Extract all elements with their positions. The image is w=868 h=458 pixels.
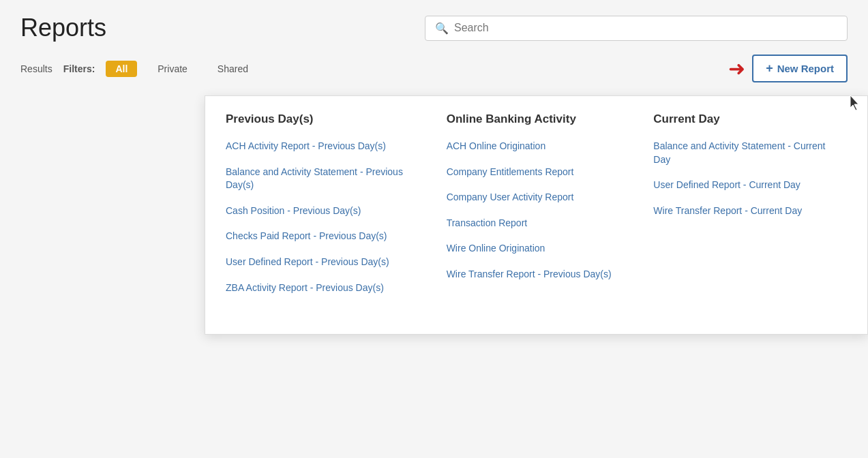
link-wire-transfer-current[interactable]: Wire Transfer Report - Current Day [653,204,833,218]
link-wire-online-origination[interactable]: Wire Online Origination [447,242,627,256]
col-header-previous: Previous Day(s) [226,112,419,126]
new-report-button[interactable]: + New Report [752,55,848,82]
search-bar[interactable]: 🔍 [425,16,848,41]
col-header-online: Online Banking Activity [447,112,627,126]
new-report-label: New Report [777,63,834,74]
plus-icon: + [766,61,773,76]
dropdown-col-current: Current Day Balance and Activity Stateme… [640,112,847,307]
link-ach-activity-previous[interactable]: ACH Activity Report - Previous Day(s) [226,140,419,153]
link-wire-transfer-previous[interactable]: Wire Transfer Report - Previous Day(s) [447,268,627,281]
link-balance-activity-current[interactable]: Balance and Activity Statement - Current… [653,140,833,166]
link-ach-online-origination[interactable]: ACH Online Origination [447,140,627,153]
page-title: Reports [20,14,106,42]
filters-row: Results Filters: All Private Shared [20,61,258,77]
link-checks-paid-previous[interactable]: Checks Paid Report - Previous Day(s) [226,230,419,243]
dropdown-col-previous: Previous Day(s) ACH Activity Report - Pr… [226,112,433,307]
filter-shared-button[interactable]: Shared [208,61,258,77]
results-label: Results [20,63,53,74]
dropdown-col-online: Online Banking Activity ACH Online Origi… [433,112,640,307]
search-input[interactable] [454,22,837,34]
arrow-indicator: ➜ [728,57,745,80]
link-user-defined-previous[interactable]: User Defined Report - Previous Day(s) [226,256,419,269]
link-zba-activity-previous[interactable]: ZBA Activity Report - Previous Day(s) [226,281,419,295]
page-header: Reports 🔍 [0,0,868,49]
link-company-user-activity[interactable]: Company User Activity Report [447,191,627,204]
search-icon: 🔍 [435,22,449,35]
link-balance-activity-previous[interactable]: Balance and Activity Statement - Previou… [226,166,419,192]
filters-label: Filters: [63,63,95,74]
col-header-current: Current Day [653,112,833,126]
link-cash-position-previous[interactable]: Cash Position - Previous Day(s) [226,204,419,218]
toolbar: Results Filters: All Private Shared ➜ + … [0,49,868,88]
link-user-defined-current[interactable]: User Defined Report - Current Day [653,179,833,192]
filter-all-button[interactable]: All [106,61,137,77]
filter-private-button[interactable]: Private [148,61,197,77]
dropdown-panel: Previous Day(s) ACH Activity Report - Pr… [205,95,868,335]
link-company-entitlements[interactable]: Company Entitlements Report [447,166,627,179]
link-transaction-report[interactable]: Transaction Report [447,217,627,230]
